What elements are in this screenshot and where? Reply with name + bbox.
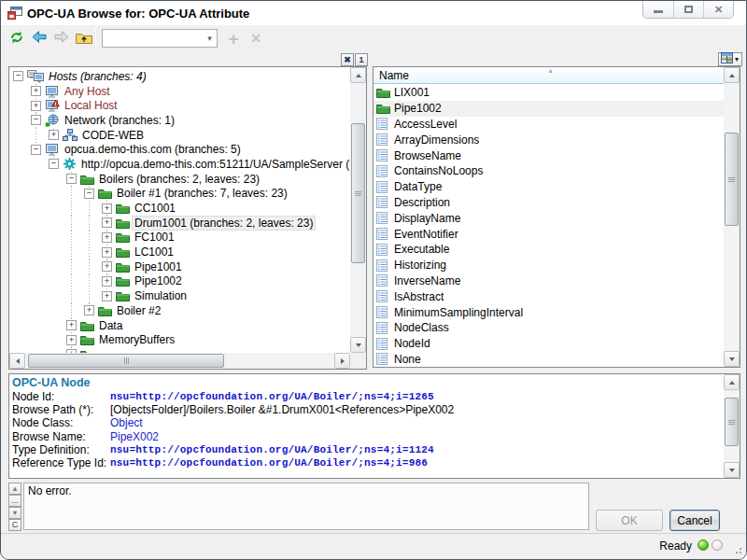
list-item[interactable]: ArrayDimensions <box>374 132 724 147</box>
scroll-down-button[interactable] <box>724 462 740 478</box>
list-item[interactable]: MinimumSamplingInterval <box>374 304 724 320</box>
list-item[interactable]: IsAbstract <box>374 288 724 304</box>
scroll-up-button[interactable] <box>724 374 740 390</box>
tree-vertical-scrollbar[interactable] <box>350 67 366 353</box>
attribute-icon <box>376 353 392 365</box>
list-item[interactable]: Historizing <box>374 258 724 273</box>
scroll-thumb[interactable] <box>725 133 739 226</box>
list-item[interactable]: BrowseName <box>374 147 724 163</box>
tree-item[interactable]: −Hosts (branches: 4) <box>9 69 350 84</box>
tree-expander-icon[interactable]: − <box>31 115 41 125</box>
error-copy-button[interactable]: C <box>8 519 21 531</box>
refresh-button[interactable] <box>7 28 27 49</box>
tree-expander-icon[interactable]: + <box>31 101 41 111</box>
tree-expander-icon[interactable]: − <box>84 189 94 199</box>
scroll-down-button[interactable] <box>350 337 366 353</box>
tree-expander-icon[interactable]: − <box>31 145 41 155</box>
tree-item[interactable]: +Drum1001 (branches: 2, leaves: 23) <box>9 216 350 231</box>
list-item-label: ContainsNoLoops <box>394 164 483 177</box>
add-button[interactable]: + <box>223 28 244 49</box>
list-item[interactable]: DataType <box>374 179 724 195</box>
list-item[interactable]: NodeId <box>374 336 724 352</box>
resize-grip[interactable] <box>732 544 741 553</box>
combo-dropdown-icon[interactable]: ▾ <box>203 30 217 47</box>
scroll-thumb[interactable] <box>351 123 365 263</box>
tree-item[interactable]: −Boiler #1 (branches: 7, leaves: 23) <box>9 187 350 202</box>
list-item[interactable]: NodeClass <box>374 320 724 336</box>
list-item[interactable]: Executable <box>374 242 724 258</box>
tree-item[interactable]: +Pipe1002 <box>9 274 350 289</box>
tree-expander-icon[interactable]: + <box>66 349 77 353</box>
list-item[interactable]: LIX001 <box>374 85 724 101</box>
tree-expander-icon[interactable]: + <box>84 305 94 315</box>
list-item[interactable]: InverseName <box>374 273 724 289</box>
list-item[interactable]: None <box>374 352 724 367</box>
list-view-mode-button[interactable]: ▾ <box>718 52 742 66</box>
tree-horizontal-scrollbar[interactable] <box>9 353 350 369</box>
error-scroll-up-button[interactable]: ▲ <box>8 483 21 495</box>
tree-expander-icon[interactable]: − <box>49 159 59 169</box>
tree-expander-icon[interactable]: + <box>66 320 77 330</box>
tree-expander-icon[interactable]: + <box>102 291 112 301</box>
minimize-button[interactable] <box>643 1 673 18</box>
list-item[interactable]: EventNotifier <box>374 226 724 242</box>
list-item[interactable]: AccessLevel <box>374 117 724 133</box>
list-item[interactable]: Pipe1002 <box>374 101 724 117</box>
details-vertical-scrollbar[interactable] <box>724 374 740 478</box>
tree-expander-icon[interactable]: + <box>102 217 112 228</box>
tree-item[interactable]: +Boiler #2 <box>9 303 350 318</box>
cancel-button[interactable]: Cancel <box>669 510 720 531</box>
tree-item[interactable]: −Boilers (branches: 2, leaves: 23) <box>9 172 350 187</box>
tree-expander-icon[interactable]: − <box>66 174 77 184</box>
view-dropdown-icon[interactable]: ▾ <box>735 56 739 63</box>
tree-item[interactable]: +Data <box>9 318 350 333</box>
scroll-down-button[interactable] <box>724 351 740 367</box>
list-column-header[interactable]: Name ▴ <box>374 67 724 84</box>
tree-expander-icon[interactable]: + <box>102 276 112 287</box>
tree-item[interactable]: +Simulation <box>9 288 350 303</box>
tree-item[interactable]: +Local Host <box>9 98 350 113</box>
tree-item[interactable]: +Any Host <box>9 84 350 99</box>
back-button[interactable] <box>29 28 49 49</box>
list-item[interactable]: Description <box>374 195 724 211</box>
tree-item[interactable]: −http://opcua.demo-this.com:51211/UA/Sam… <box>9 157 350 172</box>
tree-item[interactable]: +CODE-WEB <box>9 128 350 143</box>
scroll-thumb[interactable] <box>28 354 224 368</box>
tree-expander-icon[interactable]: + <box>102 247 112 258</box>
scroll-up-button[interactable] <box>350 67 366 83</box>
address-combo[interactable]: ▾ <box>102 29 218 48</box>
error-scroll-down-button[interactable]: ▼ <box>8 507 21 519</box>
tree-single-view-button[interactable]: 1 <box>355 53 368 66</box>
tree-expander-icon[interactable]: + <box>102 232 112 243</box>
forward-button[interactable] <box>51 28 72 49</box>
close-button[interactable]: ✕ <box>703 1 733 18</box>
list-item-label: NodeClass <box>394 321 449 334</box>
tree-item[interactable]: +MemoryBuffers <box>9 332 350 347</box>
delete-button[interactable]: ✕ <box>246 28 266 49</box>
scroll-right-button[interactable] <box>334 353 350 369</box>
tree-item[interactable]: −opcua.demo-this.com (branches: 5) <box>9 142 350 157</box>
tree-item[interactable]: −Network (branches: 1) <box>9 113 350 128</box>
list-item[interactable]: DisplayName <box>374 210 724 226</box>
scroll-up-button[interactable] <box>724 67 740 83</box>
tree-tile-view-button[interactable]: ✖ <box>341 53 354 66</box>
tree-expander-icon[interactable]: + <box>66 335 77 345</box>
tree-expander-icon[interactable]: + <box>49 130 59 140</box>
tree-expander-icon[interactable]: − <box>13 71 23 81</box>
maximize-button[interactable] <box>673 1 703 18</box>
tree-item[interactable]: +LC1001 <box>9 245 350 259</box>
tree-expander-icon[interactable]: + <box>31 86 41 96</box>
gear-icon <box>63 157 77 171</box>
list-item[interactable]: ContainsNoLoops <box>374 163 724 179</box>
tree-item[interactable]: +FC1001 <box>9 231 350 245</box>
error-more-button[interactable]: ... <box>8 495 21 507</box>
ok-button[interactable]: OK <box>596 510 663 531</box>
list-vertical-scrollbar[interactable] <box>724 67 740 367</box>
tree-expander-icon[interactable]: + <box>102 203 112 214</box>
tree-item[interactable]: +Pipe1001 <box>9 259 350 274</box>
scroll-thumb[interactable] <box>725 398 739 446</box>
up-level-button[interactable] <box>74 28 94 49</box>
scroll-left-button[interactable] <box>9 353 25 369</box>
tree-item[interactable]: +CC1001 <box>9 201 350 216</box>
tree-expander-icon[interactable]: + <box>102 261 112 272</box>
